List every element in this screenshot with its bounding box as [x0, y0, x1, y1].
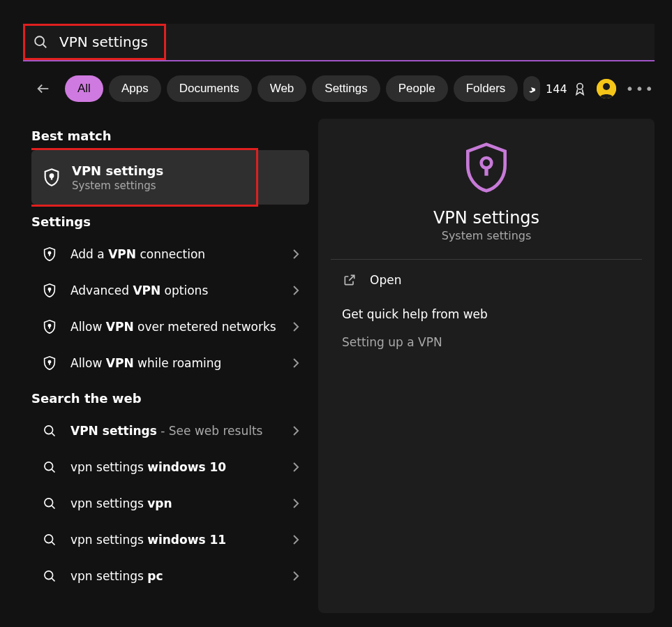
- chevron-right-icon: [292, 249, 299, 259]
- svg-point-27: [481, 158, 492, 168]
- user-avatar[interactable]: [597, 79, 616, 98]
- result-text: vpn settings windows 11: [70, 533, 292, 547]
- bing-button[interactable]: [523, 76, 540, 101]
- search-icon: [41, 531, 58, 548]
- chevron-right-icon: [292, 358, 299, 368]
- search-icon: [41, 422, 58, 439]
- preview-title: VPN settings: [433, 208, 539, 228]
- chevron-right-icon: [292, 286, 299, 295]
- chevron-right-icon: [292, 462, 299, 472]
- svg-line-26: [52, 578, 54, 581]
- chevron-right-icon: [292, 499, 299, 508]
- svg-line-1: [43, 45, 47, 48]
- svg-point-13: [48, 325, 50, 327]
- best-match-title: VPN settings: [72, 163, 163, 178]
- svg-point-4: [576, 84, 582, 89]
- svg-point-19: [45, 462, 53, 471]
- settings-result-1[interactable]: Advanced VPN options: [31, 272, 309, 309]
- settings-result-0[interactable]: Add a VPN connection: [31, 236, 309, 272]
- svg-point-11: [48, 288, 50, 290]
- search-icon: [41, 459, 58, 475]
- svg-line-24: [52, 542, 54, 545]
- svg-point-6: [603, 83, 610, 90]
- filter-documents[interactable]: Documents: [167, 75, 252, 102]
- svg-line-29: [349, 275, 354, 281]
- filter-folders[interactable]: Folders: [454, 75, 518, 102]
- svg-line-20: [52, 469, 54, 472]
- web-result-1[interactable]: vpn settings windows 10: [31, 449, 309, 485]
- search-icon: [41, 495, 58, 512]
- open-label: Open: [370, 273, 401, 287]
- more-button[interactable]: •••: [626, 80, 655, 97]
- preview-subtitle: System settings: [442, 229, 532, 242]
- chevron-right-icon: [292, 426, 299, 436]
- filter-people[interactable]: People: [386, 75, 448, 102]
- filter-settings[interactable]: Settings: [312, 75, 380, 102]
- section-web: Search the web: [31, 391, 309, 406]
- filter-row: All Apps Documents Web Settings People F…: [31, 71, 655, 106]
- filter-apps[interactable]: Apps: [109, 75, 161, 102]
- shield-icon: [41, 282, 58, 299]
- svg-point-25: [45, 571, 53, 580]
- medal-icon: [573, 82, 587, 96]
- shield-icon: [41, 355, 58, 371]
- search-icon: [41, 568, 58, 584]
- open-icon: [342, 272, 357, 288]
- settings-result-3[interactable]: Allow VPN while roaming: [31, 345, 309, 381]
- result-text: VPN settings - See web results: [70, 424, 292, 438]
- result-text: vpn settings pc: [70, 569, 292, 583]
- chevron-right-icon: [292, 535, 299, 545]
- search-bar[interactable]: [23, 24, 655, 61]
- chevron-right-icon: [292, 571, 299, 581]
- points-value: 144: [546, 82, 567, 96]
- svg-point-17: [45, 426, 53, 434]
- svg-marker-3: [529, 83, 535, 93]
- search-icon: [23, 34, 58, 50]
- best-match-result[interactable]: VPN settings System settings: [31, 150, 309, 205]
- svg-point-15: [48, 361, 50, 363]
- web-result-4[interactable]: vpn settings pc: [31, 558, 309, 594]
- svg-point-7: [50, 174, 54, 177]
- result-text: Advanced VPN options: [70, 283, 292, 297]
- preview-panel: VPN settings System settings Open Get qu…: [318, 119, 655, 613]
- web-result-2[interactable]: vpn settings vpn: [31, 485, 309, 522]
- shield-icon: [41, 167, 62, 188]
- filter-web[interactable]: Web: [257, 75, 307, 102]
- open-action[interactable]: Open: [318, 260, 655, 300]
- filter-all[interactable]: All: [65, 75, 103, 102]
- svg-line-18: [52, 433, 54, 436]
- section-best-match: Best match: [31, 128, 309, 143]
- start-search-window: All Apps Documents Web Settings People F…: [0, 0, 672, 627]
- svg-point-21: [45, 499, 53, 507]
- chevron-right-icon: [292, 322, 299, 332]
- result-text: vpn settings vpn: [70, 496, 292, 510]
- search-input[interactable]: [58, 33, 655, 51]
- rewards-points[interactable]: 144: [546, 82, 587, 96]
- web-help-heading: Get quick help from web: [318, 300, 655, 328]
- result-text: Allow VPN while roaming: [70, 356, 292, 370]
- result-text: vpn settings windows 10: [70, 460, 292, 474]
- web-result-3[interactable]: vpn settings windows 11: [31, 522, 309, 558]
- settings-result-2[interactable]: Allow VPN over metered networks: [31, 309, 309, 345]
- results-column: Best match VPN settings System settings …: [31, 119, 309, 627]
- web-result-0[interactable]: VPN settings - See web results: [31, 413, 309, 449]
- svg-point-9: [48, 252, 50, 254]
- shield-icon: [41, 318, 58, 335]
- svg-point-23: [45, 535, 53, 543]
- best-match-subtitle: System settings: [72, 179, 163, 192]
- web-help-link[interactable]: Setting up a VPN: [318, 328, 655, 356]
- shield-large-icon: [458, 140, 514, 196]
- shield-icon: [41, 246, 58, 263]
- section-settings: Settings: [31, 214, 309, 229]
- result-text: Allow VPN over metered networks: [70, 320, 292, 334]
- result-text: Add a VPN connection: [70, 247, 292, 261]
- svg-line-22: [52, 506, 54, 508]
- svg-point-0: [35, 36, 44, 45]
- back-button[interactable]: [31, 76, 55, 101]
